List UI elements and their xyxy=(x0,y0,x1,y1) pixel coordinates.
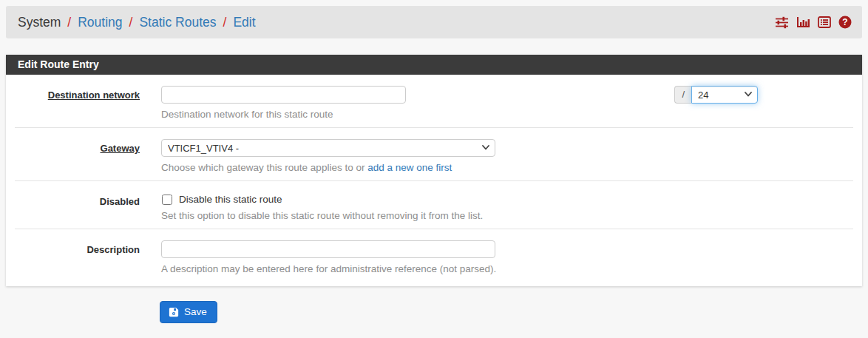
save-button-label: Save xyxy=(184,306,207,317)
disabled-row: Disabled Disable this static route Set t… xyxy=(15,181,853,229)
edit-route-entry-panel: Edit Route Entry Destination network Des… xyxy=(6,55,862,286)
description-label: Description xyxy=(15,240,140,274)
breadcrumb-separator: / xyxy=(217,15,234,30)
breadcrumb-bar: System / Routing / Static Routes / Edit xyxy=(6,6,862,38)
list-alt-icon[interactable] xyxy=(818,16,831,28)
breadcrumb-separator: / xyxy=(61,15,78,30)
destination-network-input[interactable] xyxy=(161,86,406,104)
subnet-mask-group: / 24 xyxy=(674,86,758,104)
disable-route-checkbox-label[interactable]: Disable this static route xyxy=(179,194,282,205)
add-new-gateway-link[interactable]: add a new one first xyxy=(367,162,452,173)
chart-bar-icon[interactable] xyxy=(796,16,810,29)
breadcrumb-link-edit[interactable]: Edit xyxy=(233,15,255,30)
gateway-help: Choose which gateway this route applies … xyxy=(161,162,853,173)
breadcrumb-link-static-routes[interactable]: Static Routes xyxy=(139,15,216,30)
breadcrumb-separator: / xyxy=(123,15,140,30)
form-actions: Save xyxy=(160,301,868,323)
gateway-select[interactable]: VTICF1_VTIV4 - xyxy=(161,139,495,157)
description-help: A description may be entered here for ad… xyxy=(161,263,853,274)
breadcrumb-system: System xyxy=(18,15,61,30)
save-button[interactable]: Save xyxy=(160,301,217,323)
gateway-row: Gateway VTICF1_VTIV4 - Choose which gate… xyxy=(15,128,853,181)
save-icon xyxy=(169,307,179,317)
subnet-mask-select[interactable]: 24 xyxy=(691,86,758,104)
breadcrumb-link-routing[interactable]: Routing xyxy=(78,15,122,30)
description-row: Description A description may be entered… xyxy=(15,229,853,286)
disable-route-checkbox[interactable] xyxy=(162,195,172,205)
description-input[interactable] xyxy=(161,240,495,258)
header-icon-group: ? xyxy=(775,16,852,29)
panel-body: Destination network Destination network … xyxy=(6,75,862,286)
mask-prefix-addon: / xyxy=(674,86,691,104)
panel-title: Edit Route Entry xyxy=(6,55,862,75)
question-circle-icon[interactable]: ? xyxy=(838,16,852,29)
destination-network-help: Destination network for this static rout… xyxy=(161,109,406,120)
disabled-label: Disabled xyxy=(15,192,140,221)
disabled-help: Set this option to disable this static r… xyxy=(161,210,853,221)
breadcrumb: System / Routing / Static Routes / Edit xyxy=(18,15,775,30)
destination-network-row: Destination network Destination network … xyxy=(15,75,853,128)
svg-text:?: ? xyxy=(842,17,847,27)
sliders-icon[interactable] xyxy=(775,16,789,29)
gateway-label: Gateway xyxy=(15,139,140,173)
destination-network-label: Destination network xyxy=(15,86,140,120)
